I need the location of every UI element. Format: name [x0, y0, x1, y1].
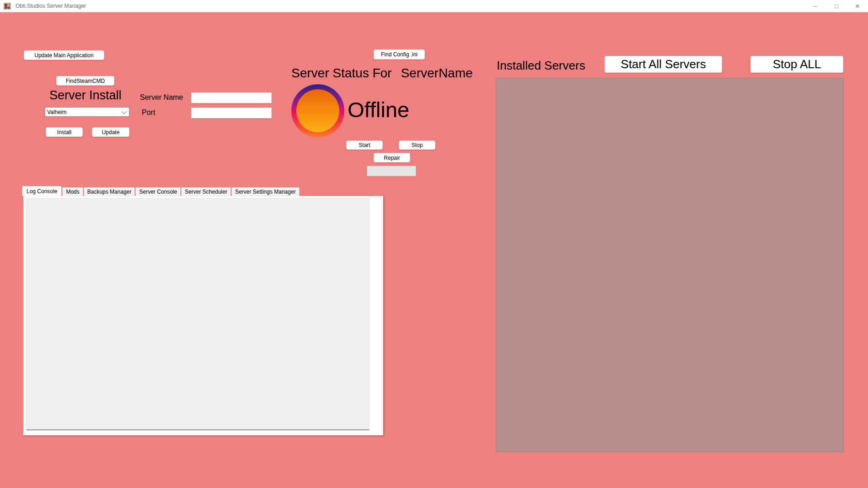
find-config-ini-button[interactable]: Find Config .ini: [374, 49, 425, 60]
status-state-label: Offline: [348, 97, 409, 122]
titlebar: Obli.Studios Server Manager – □ ✕: [0, 0, 868, 12]
tab-backups-manager[interactable]: Backups Manager: [84, 187, 135, 196]
server-name-label: Server Name: [140, 93, 183, 102]
port-label: Port: [142, 108, 155, 117]
update-button[interactable]: Update: [92, 127, 129, 137]
server-status-heading: Server Status For ServerName: [291, 66, 473, 81]
stop-all-button[interactable]: Stop ALL: [750, 56, 843, 73]
chevron-down-icon: [122, 108, 127, 114]
maximize-icon[interactable]: □: [826, 0, 847, 12]
game-select-dropdown[interactable]: Valheim: [45, 107, 129, 117]
installed-servers-heading: Installed Servers: [497, 59, 585, 73]
status-indicator-core: [296, 89, 339, 132]
update-main-application-button[interactable]: Update Main Application: [24, 50, 104, 60]
tab-server-settings-manager[interactable]: Server Settings Manager: [231, 187, 300, 196]
server-name-input[interactable]: [191, 92, 272, 103]
tabstrip: Log Console Mods Backups Manager Server …: [22, 186, 300, 196]
server-status-heading-text: Server Status For: [291, 66, 391, 81]
start-all-servers-button[interactable]: Start All Servers: [605, 56, 722, 73]
stop-button[interactable]: Stop: [399, 141, 435, 150]
tab-mods[interactable]: Mods: [62, 187, 83, 196]
start-button[interactable]: Start: [346, 141, 383, 150]
tab-server-scheduler[interactable]: Server Scheduler: [181, 187, 231, 196]
log-console-textbox[interactable]: [26, 198, 370, 430]
server-status-server-name: ServerName: [401, 66, 472, 81]
installed-servers-list[interactable]: [496, 78, 844, 452]
status-indicator: [291, 84, 344, 137]
repair-button[interactable]: Repair: [374, 153, 410, 163]
tab-server-console[interactable]: Server Console: [135, 187, 181, 196]
port-input[interactable]: [191, 108, 272, 119]
repair-progress-bar: [367, 166, 416, 176]
install-button[interactable]: Install: [46, 127, 83, 137]
minimize-icon[interactable]: –: [805, 0, 826, 12]
game-select-value: Valheim: [47, 109, 66, 115]
log-console-panel: [23, 196, 383, 435]
app-icon: [4, 3, 11, 10]
findsteamcmd-button[interactable]: FindSteamCMD: [56, 76, 114, 86]
window-controls: – □ ✕: [805, 0, 868, 12]
window-title: Obli.Studios Server Manager: [16, 3, 86, 9]
server-manager-window: Obli.Studios Server Manager – □ ✕ Update…: [0, 0, 868, 488]
tab-log-console[interactable]: Log Console: [22, 186, 62, 196]
server-install-heading: Server Install: [49, 88, 122, 103]
close-icon[interactable]: ✕: [847, 0, 868, 12]
